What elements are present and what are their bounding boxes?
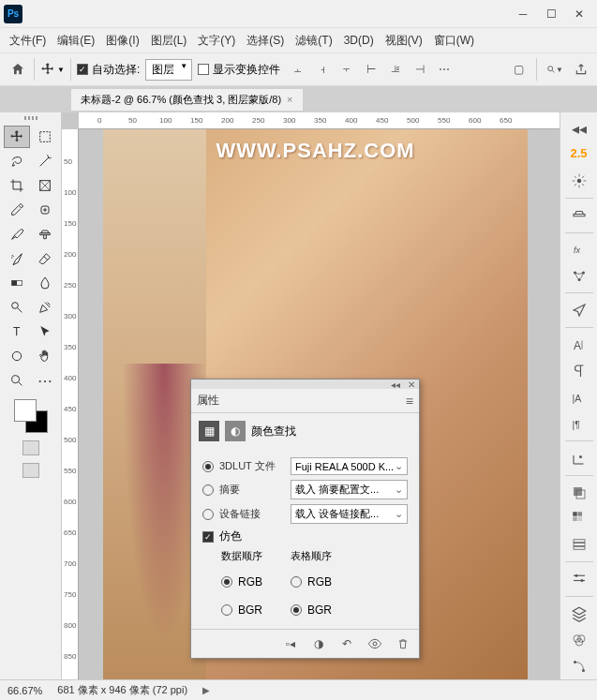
brush-size-value[interactable]: 2.5 — [570, 146, 587, 160]
status-menu-icon[interactable]: ▶ — [202, 685, 210, 695]
prev-state-icon[interactable]: ◑ — [310, 635, 327, 652]
hand-tool[interactable] — [32, 345, 58, 367]
align-hcenter-icon[interactable]: ⫡ — [387, 61, 404, 78]
zoom-tool[interactable] — [4, 369, 30, 392]
history-icon[interactable] — [566, 534, 592, 555]
ruler-horizontal[interactable]: 0 50 100 150 200 250 300 350 400 450 500… — [79, 112, 560, 129]
properties-tab[interactable]: 属性 — [197, 393, 219, 409]
close-tab-icon[interactable]: × — [287, 94, 292, 105]
crop-tool[interactable] — [4, 174, 30, 197]
brush-preset-icon[interactable] — [566, 171, 592, 191]
blur-tool[interactable] — [32, 272, 58, 294]
delete-icon[interactable] — [395, 635, 411, 652]
properties-icon[interactable] — [566, 569, 592, 589]
edit-toolbar[interactable]: ⋯ — [32, 369, 58, 392]
layers-icon[interactable] — [566, 603, 592, 624]
frame-tool[interactable] — [32, 174, 58, 197]
menu-select[interactable]: 选择(S) — [241, 29, 290, 52]
path-select-tool[interactable] — [32, 320, 58, 343]
close-button[interactable]: ✕ — [565, 3, 593, 25]
paragraph-icon[interactable] — [566, 361, 592, 381]
panel-header-controls[interactable]: ◂◂ ✕ — [191, 380, 419, 389]
align-right-icon[interactable]: ⊣ — [411, 61, 428, 78]
search-icon[interactable]: ▼ — [546, 61, 563, 78]
panel-grip-icon[interactable] — [12, 116, 50, 122]
dodge-tool[interactable] — [4, 296, 30, 319]
auto-select-checkbox[interactable]: 自动选择: — [77, 62, 140, 78]
device-dropdown[interactable]: 载入 设备链接配... — [291, 504, 408, 524]
data-bgr-radio[interactable] — [221, 604, 232, 616]
align-vcenter-icon[interactable]: ⫞ — [314, 61, 331, 78]
type-tool[interactable]: T — [4, 320, 30, 343]
gradient-tool[interactable] — [4, 272, 30, 294]
menu-file[interactable]: 文件(F) — [4, 29, 52, 52]
mask-icon[interactable]: ◐ — [225, 421, 246, 441]
close-panel-icon[interactable]: ✕ — [408, 380, 415, 390]
screen-mode-button[interactable] — [22, 463, 39, 478]
para-styles-icon[interactable]: |¶ — [566, 413, 592, 434]
glyphs-icon[interactable] — [566, 266, 592, 287]
clone-stamp-tool[interactable] — [32, 223, 58, 246]
menu-edit[interactable]: 编辑(E) — [52, 29, 100, 52]
shape-tool[interactable] — [4, 345, 30, 367]
menu-layer[interactable]: 图层(L) — [145, 29, 193, 52]
lasso-tool[interactable] — [4, 150, 30, 172]
document-tab[interactable]: 未标题-2 @ 66.7% (颜色查找 3, 图层蒙版/8) × — [71, 89, 303, 111]
maximize-button[interactable]: ☐ — [537, 3, 565, 25]
foreground-color[interactable] — [14, 399, 37, 422]
panel-menu-icon[interactable]: ≡ — [406, 394, 413, 409]
navigator-icon[interactable] — [566, 300, 592, 320]
menu-type[interactable]: 文字(Y) — [192, 29, 241, 52]
char-styles-icon[interactable]: |A — [566, 387, 592, 408]
data-rgb-radio[interactable] — [221, 576, 232, 588]
clone-source-icon[interactable] — [566, 205, 592, 226]
menu-image[interactable]: 图像(I) — [100, 29, 144, 52]
info-icon[interactable] — [566, 448, 592, 469]
brush-tool[interactable] — [4, 223, 30, 246]
marquee-tool[interactable] — [32, 126, 58, 148]
eyedropper-tool[interactable] — [4, 199, 30, 221]
align-left-icon[interactable]: ⊢ — [363, 61, 380, 78]
pen-tool[interactable] — [32, 296, 58, 319]
magic-wand-tool[interactable] — [32, 150, 58, 172]
home-icon[interactable] — [7, 59, 28, 80]
device-radio[interactable] — [202, 509, 214, 520]
menu-window[interactable]: 窗口(W) — [428, 29, 480, 52]
share-icon[interactable] — [573, 61, 590, 78]
swatches-icon[interactable] — [566, 509, 592, 529]
paths-icon[interactable] — [566, 656, 592, 677]
move-tool-icon[interactable]: ▼ — [40, 62, 65, 77]
color-swatch[interactable] — [14, 399, 48, 433]
lut-dropdown[interactable]: Fuji REALA 500D K... — [291, 457, 408, 475]
grid-icon[interactable]: ▦ — [199, 421, 219, 441]
clip-icon[interactable]: ▫◂ — [282, 635, 299, 652]
zoom-level[interactable]: 66.67% — [7, 685, 42, 696]
move-tool[interactable] — [4, 126, 30, 148]
healing-tool[interactable] — [32, 199, 58, 221]
more-icon[interactable]: ⋯ — [436, 61, 453, 78]
dither-checkbox[interactable] — [202, 531, 214, 543]
history-brush-tool[interactable] — [4, 247, 30, 270]
document-dimensions[interactable]: 681 像素 x 946 像素 (72 ppi) — [57, 683, 187, 697]
layer-dropdown[interactable]: 图层 — [145, 59, 192, 81]
reset-icon[interactable]: ↶ — [338, 635, 355, 652]
styles-icon[interactable]: fx — [566, 240, 592, 261]
menu-view[interactable]: 视图(V) — [380, 29, 428, 52]
expand-panels-icon[interactable]: ◂◂ — [566, 119, 592, 140]
abstract-radio[interactable] — [202, 484, 214, 496]
standard-mode-button[interactable] — [22, 440, 39, 455]
color-icon[interactable] — [566, 483, 592, 503]
ruler-vertical[interactable]: 50 100 150 200 250 300 350 400 450 500 5… — [62, 129, 79, 679]
show-transform-checkbox[interactable]: 显示变换控件 — [198, 62, 280, 78]
align-top-icon[interactable]: ⫠ — [290, 61, 306, 78]
table-bgr-radio[interactable] — [291, 604, 302, 616]
collapse-icon[interactable]: ◂◂ — [391, 380, 400, 390]
align-bottom-icon[interactable]: ⫟ — [338, 61, 355, 78]
character-icon[interactable]: A — [566, 335, 592, 355]
menu-filter[interactable]: 滤镜(T) — [290, 29, 337, 52]
lut-radio[interactable] — [202, 461, 214, 472]
channels-icon[interactable] — [566, 630, 592, 650]
visibility-icon[interactable] — [366, 635, 383, 652]
3d-mode-icon[interactable]: ▢ — [510, 61, 527, 78]
menu-3d[interactable]: 3D(D) — [338, 30, 380, 51]
